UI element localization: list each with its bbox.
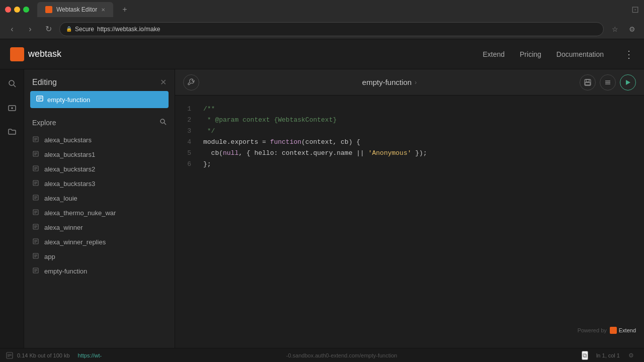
item-label: alexa_buckstars [44,136,92,144]
item-doc-icon [32,224,39,231]
active-task-item[interactable]: empty-function [30,91,169,108]
sidebar-close-button[interactable]: ✕ [160,77,167,87]
status-url-short[interactable]: https://wt- [78,352,102,358]
item-label: empty-function [44,267,87,275]
list-item[interactable]: empty-function [24,264,175,279]
titlebar: Webtask Editor ✕ + ⊡ [0,0,644,19]
fullscreen-traffic-light[interactable] [23,7,29,13]
tab-close-button[interactable]: ✕ [101,7,105,13]
app-navbar: webtask Extend Pricing Documentation ⋮ [0,39,644,69]
editor-function-name: empty-function [362,78,412,86]
explore-section: Explore alexa_buckstars [24,114,175,348]
active-task-icon [36,95,43,104]
bookmark-button[interactable]: ☆ [608,22,622,36]
extend-logo-icon [610,327,617,334]
new-tab-button[interactable]: + [117,3,132,16]
wrench-button[interactable] [183,74,199,90]
sidebar-icon-strip [0,69,24,348]
item-doc-icon [32,209,39,217]
logo-icon [10,47,24,61]
status-center: -0.sandbox.auth0-extend.com/empty-functi… [110,352,574,358]
list-item[interactable]: alexa_buckstars1 [24,147,175,162]
cursor-position: ln 1, col 1 [596,352,620,358]
window-controls: ⊡ [631,4,639,15]
close-traffic-light[interactable] [5,7,11,13]
code-line-5: cb(null, { hello: context.query.name || … [203,148,636,159]
item-label: alexa_buckstars3 [44,180,95,188]
status-file-icon [6,352,13,359]
status-right: ln 1, col 1 ⚙ [596,348,638,363]
explore-header: Explore [24,114,175,131]
tab-title: Webtask Editor [56,6,97,13]
list-item[interactable]: alexa_winner [24,220,175,235]
item-doc-icon [32,180,39,188]
nav-pricing[interactable]: Pricing [520,50,541,58]
code-line-1: /** [203,104,636,115]
status-settings-button[interactable]: ⚙ [624,348,638,363]
item-label: alexa_louie [44,195,77,202]
list-button[interactable] [600,74,616,90]
item-doc-icon [32,253,39,260]
folder-icon-button[interactable] [4,124,20,140]
active-task-text: empty-function [47,96,90,104]
list-item[interactable]: alexa_buckstars3 [24,176,175,191]
editor-title-chevron: › [415,79,417,86]
save-button[interactable] [580,74,596,90]
powered-by-text: Powered by [578,327,607,333]
list-item[interactable]: alexa_buckstars [24,133,175,147]
code-line-6: }; [203,159,636,170]
powered-by-area: Powered by Extend [578,327,636,334]
refresh-button[interactable]: ↻ [41,22,55,36]
search-icon-button[interactable] [4,75,20,92]
editor-actions [580,74,636,90]
editor-title: empty-function › [205,78,574,86]
status-bar: 0.14 Kb out of 100 kb https://wt- -0.san… [0,348,644,362]
list-item[interactable]: alexa_thermo_nuke_war [24,206,175,220]
explore-search-button[interactable] [159,118,167,127]
explore-title: Explore [32,119,56,127]
traffic-lights [5,7,29,13]
sidebar-header: Editing ✕ [24,69,175,91]
line-numbers: 1 2 3 4 5 6 [175,96,195,348]
code-editor[interactable]: /** * @param context {WebtaskContext} */… [195,96,644,348]
forward-button[interactable]: › [23,22,37,36]
copy-url-button[interactable]: ⧉ [582,351,588,360]
browser-settings-button[interactable]: ⚙ [625,22,639,36]
explore-list: alexa_buckstars alexa_buckstars1 alexa_b… [24,131,175,348]
item-doc-icon [32,195,39,202]
main-layout: Editing ✕ empty-function Explore [0,69,644,348]
list-item[interactable]: alexa_buckstars2 [24,162,175,176]
extend-label: Extend [619,327,636,333]
address-bar[interactable]: 🔒 Secure https://webtask.io/make [59,22,604,36]
browser-toolbar: ‹ › ↻ 🔒 Secure https://webtask.io/make ☆… [0,19,644,39]
logo-text: webtask [28,49,61,59]
code-line-2: * @param context {WebtaskContext} [203,115,636,126]
code-line-3: */ [203,126,636,137]
nav-more-icon[interactable]: ⋮ [624,48,634,60]
list-item[interactable]: alexa_louie [24,191,175,206]
editor-toolbar: empty-function › [175,69,644,96]
nav-extend[interactable]: Extend [482,50,505,58]
run-button[interactable] [620,74,636,90]
item-doc-icon [32,165,39,173]
code-content[interactable]: 1 2 3 4 5 6 /** * @param context {Webtas… [175,96,644,348]
sidebar-panel: Editing ✕ empty-function Explore [24,69,175,348]
list-item[interactable]: alexa_winner_replies [24,235,175,249]
item-doc-icon [32,136,39,144]
svg-point-9 [160,119,165,123]
secure-icon: 🔒 [66,26,72,32]
item-doc-icon [32,238,39,246]
minimize-traffic-light[interactable] [14,7,20,13]
add-icon-button[interactable] [4,100,20,116]
item-label: alexa_buckstars1 [44,151,95,158]
svg-line-1 [14,85,16,87]
nav-documentation[interactable]: Documentation [556,50,604,58]
nav-links: Extend Pricing Documentation ⋮ [482,48,634,60]
list-item[interactable]: app [24,249,175,264]
back-button[interactable]: ‹ [5,22,19,36]
url-text: https://webtask.io/make [97,26,160,33]
item-doc-icon [32,267,39,275]
svg-marker-57 [626,80,630,85]
active-tab[interactable]: Webtask Editor ✕ [37,2,113,17]
secure-label: Secure [75,26,94,33]
